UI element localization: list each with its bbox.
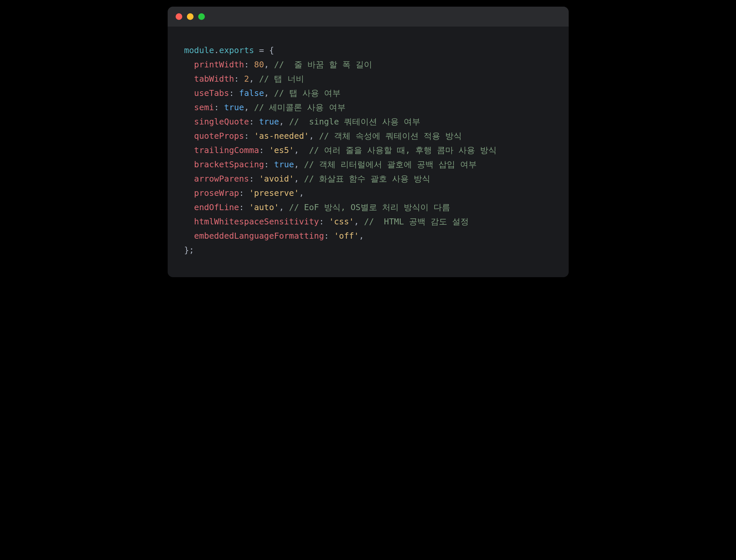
code-line: trailingComma: 'es5', // 여러 줄을 사용할 때, 후행… (184, 143, 552, 157)
token-colon: : (229, 88, 239, 98)
token-colon: : (214, 103, 224, 112)
indent (184, 145, 194, 155)
token-colon: : (234, 74, 244, 84)
code-line: endOfLine: 'auto', // EoF 방식, OS별로 처리 방식… (184, 200, 552, 214)
code-line: useTabs: false, // 탭 사용 여부 (184, 86, 552, 100)
token-colon: : (244, 131, 254, 141)
token-comment: // single 쿼테이션 사용 여부 (289, 117, 421, 126)
indent (184, 188, 194, 198)
token-colon: : (264, 160, 274, 169)
token-property: singleQuote (194, 117, 249, 126)
token-property: useTabs (194, 88, 229, 98)
token-comment: // 객체 속성에 쿼테이션 적용 방식 (319, 131, 462, 141)
code-line: tabWidth: 2, // 탭 너비 (184, 72, 552, 86)
token-property: exports (219, 45, 254, 55)
token-property: semi (194, 103, 214, 112)
token-comment: // 객체 리터럴에서 괄호에 공백 삽입 여부 (304, 160, 477, 169)
token-property: htmlWhitespaceSensitivity (194, 217, 319, 226)
token-comment: // HTML 공백 감도 설정 (364, 217, 469, 226)
titlebar (168, 7, 569, 27)
code-line: htmlWhitespaceSensitivity: 'css', // HTM… (184, 214, 552, 229)
token-comment: // 탭 너비 (259, 74, 304, 84)
token-comment: // 세미콜론 사용 여부 (254, 103, 345, 112)
code-line: proseWrap: 'preserve', (184, 186, 552, 200)
code-line: quoteProps: 'as-needed', // 객체 속성에 쿼테이션 … (184, 129, 552, 143)
token-value: true (259, 117, 279, 126)
token-comma: , (294, 145, 309, 155)
code-line-close: }; (184, 243, 552, 257)
token-brace-close: }; (184, 245, 194, 255)
code-lines: printWidth: 80, // 줄 바꿈 할 폭 길이 tabWidth:… (184, 57, 552, 243)
token-value: false (239, 88, 264, 98)
code-line: printWidth: 80, // 줄 바꿈 할 폭 길이 (184, 57, 552, 72)
token-value: 'auto' (249, 202, 279, 212)
code-line: bracketSpacing: true, // 객체 리터럴에서 괄호에 공백… (184, 157, 552, 172)
token-colon: : (324, 231, 334, 241)
token-brace: { (269, 45, 274, 55)
code-line: embeddedLanguageFormatting: 'off', (184, 229, 552, 243)
token-comment: // 여러 줄을 사용할 때, 후행 콤마 사용 방식 (309, 145, 497, 155)
zoom-icon[interactable] (198, 13, 205, 20)
token-property: arrowParens (194, 174, 249, 184)
indent (184, 217, 194, 226)
indent (184, 103, 194, 112)
indent (184, 60, 194, 69)
token-comma: , (294, 174, 304, 184)
indent (184, 88, 194, 98)
token-value: true (274, 160, 294, 169)
token-comma: , (249, 74, 259, 84)
token-value: 'css' (329, 217, 354, 226)
token-value: 2 (244, 74, 249, 84)
token-value: 'preserve' (249, 188, 299, 198)
token-variable: module (184, 45, 214, 55)
code-line: semi: true, // 세미콜론 사용 여부 (184, 100, 552, 115)
indent (184, 117, 194, 126)
token-colon: : (259, 145, 269, 155)
token-colon: : (249, 117, 259, 126)
token-comma: , (354, 217, 364, 226)
code-line: singleQuote: true, // single 쿼테이션 사용 여부 (184, 115, 552, 129)
indent (184, 160, 194, 169)
token-colon: : (239, 188, 249, 198)
token-dot: . (214, 45, 219, 55)
token-colon: : (244, 60, 254, 69)
indent (184, 231, 194, 241)
token-comma: , (279, 117, 289, 126)
indent (184, 74, 194, 84)
token-comment: // 탭 사용 여부 (274, 88, 340, 98)
token-comma: , (294, 160, 304, 169)
token-assign: = (254, 45, 269, 55)
token-comma: , (309, 131, 319, 141)
token-comma: , (264, 60, 274, 69)
token-comma: , (279, 202, 289, 212)
minimize-icon[interactable] (187, 13, 194, 20)
token-colon: : (239, 202, 249, 212)
token-colon: : (319, 217, 329, 226)
indent (184, 202, 194, 212)
token-value: 'es5' (269, 145, 294, 155)
token-comma: , (359, 231, 364, 241)
token-comma: , (299, 188, 304, 198)
token-property: endOfLine (194, 202, 239, 212)
indent (184, 131, 194, 141)
token-property: trailingComma (194, 145, 259, 155)
token-value: 80 (254, 60, 264, 69)
code-line-open: module.exports = { (184, 43, 552, 57)
token-property: proseWrap (194, 188, 239, 198)
token-property: bracketSpacing (194, 160, 264, 169)
token-comma: , (264, 88, 274, 98)
token-value: 'avoid' (259, 174, 294, 184)
token-value: true (224, 103, 244, 112)
code-line: arrowParens: 'avoid', // 화살표 함수 괄호 사용 방식 (184, 172, 552, 186)
token-comment: // 줄 바꿈 할 폭 길이 (274, 60, 372, 69)
close-icon[interactable] (176, 13, 182, 20)
token-property: quoteProps (194, 131, 244, 141)
token-property: embeddedLanguageFormatting (194, 231, 324, 241)
token-value: 'as-needed' (254, 131, 309, 141)
token-value: 'off' (334, 231, 359, 241)
token-colon: : (249, 174, 259, 184)
indent (184, 174, 194, 184)
token-property: printWidth (194, 60, 244, 69)
code-editor[interactable]: module.exports = { printWidth: 80, // 줄 … (168, 27, 569, 277)
token-comma: , (244, 103, 254, 112)
